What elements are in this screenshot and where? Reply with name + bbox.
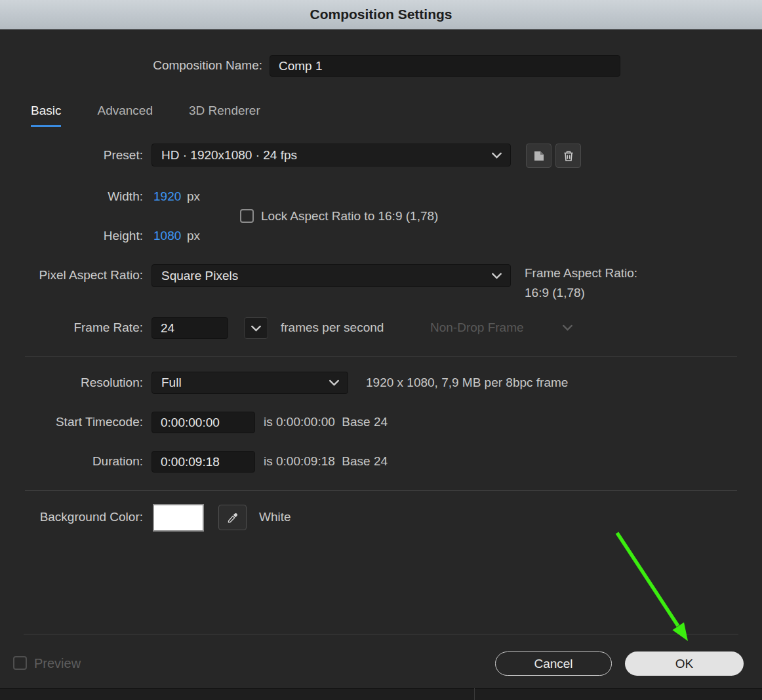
background-color-label: Background Color: xyxy=(0,510,143,524)
start-timecode-info: is 0:00:00:00 Base 24 xyxy=(264,415,388,429)
drop-frame-dropdown: Non-Drop Frame xyxy=(430,321,524,335)
duration-input[interactable] xyxy=(151,451,255,473)
chevron-down-icon xyxy=(329,379,339,386)
chevron-down-icon xyxy=(492,152,502,159)
tab-advanced[interactable]: Advanced xyxy=(97,104,153,127)
trash-icon xyxy=(562,149,575,163)
preset-dropdown[interactable]: HD · 1920x1080 · 24 fps xyxy=(151,144,511,166)
height-label: Height: xyxy=(0,229,143,243)
chevron-down-icon xyxy=(563,324,572,331)
preview-checkbox[interactable] xyxy=(13,656,27,670)
settings-tabs: Basic Advanced 3D Renderer xyxy=(31,104,260,127)
divider xyxy=(25,490,737,491)
background-app-divider xyxy=(474,688,475,700)
background-color-swatch[interactable] xyxy=(153,504,204,532)
chevron-down-icon xyxy=(492,273,502,279)
composition-name-input[interactable] xyxy=(270,55,620,77)
frame-rate-suffix: frames per second xyxy=(281,321,384,335)
dialog-titlebar[interactable]: Composition Settings xyxy=(0,0,762,29)
lock-aspect-checkbox[interactable] xyxy=(240,209,254,223)
pixel-aspect-ratio-label: Pixel Aspect Ratio: xyxy=(0,268,143,282)
resolution-info: 1920 x 1080, 7,9 MB per 8bpc frame xyxy=(366,376,568,390)
frame-rate-input[interactable] xyxy=(151,317,228,339)
height-value[interactable]: 1080 xyxy=(153,229,181,243)
background-color-name: White xyxy=(259,510,291,524)
resolution-label: Resolution: xyxy=(0,376,143,390)
divider xyxy=(24,634,738,634)
save-preset-icon xyxy=(532,149,546,163)
eyedropper-icon xyxy=(226,511,239,524)
ok-button[interactable]: OK xyxy=(625,651,744,676)
save-preset-button[interactable] xyxy=(526,144,551,168)
frame-rate-label: Frame Rate: xyxy=(0,321,143,335)
frame-rate-preset-dropdown[interactable] xyxy=(244,317,268,339)
composition-name-label: Composition Name: xyxy=(0,58,262,73)
chevron-down-icon xyxy=(251,325,261,332)
pixel-aspect-ratio-dropdown[interactable]: Square Pixels xyxy=(151,264,511,287)
tab-3d-renderer[interactable]: 3D Renderer xyxy=(189,104,260,127)
lock-aspect-label: Lock Aspect Ratio to 16:9 (1,78) xyxy=(261,209,438,224)
preview-label: Preview xyxy=(34,656,81,671)
height-unit: px xyxy=(187,229,200,243)
start-timecode-label: Start Timecode: xyxy=(0,415,143,429)
width-unit: px xyxy=(187,189,200,204)
background-app-strip xyxy=(0,688,762,700)
frame-aspect-ratio-value: 16:9 (1,78) xyxy=(525,286,585,300)
start-timecode-input[interactable] xyxy=(151,412,255,433)
tab-basic[interactable]: Basic xyxy=(31,104,61,127)
preset-label: Preset: xyxy=(0,148,143,163)
delete-preset-button[interactable] xyxy=(555,144,581,168)
duration-label: Duration: xyxy=(0,454,143,469)
width-label: Width: xyxy=(0,189,143,204)
cancel-button[interactable]: Cancel xyxy=(495,651,612,676)
pixel-aspect-ratio-value: Square Pixels xyxy=(161,269,238,283)
width-value[interactable]: 1920 xyxy=(153,189,181,204)
frame-aspect-ratio-label: Frame Aspect Ratio: xyxy=(525,266,637,281)
resolution-dropdown[interactable]: Full xyxy=(151,372,348,394)
dialog-title: Composition Settings xyxy=(310,7,452,22)
preset-value: HD · 1920x1080 · 24 fps xyxy=(161,148,297,163)
eyedropper-button[interactable] xyxy=(218,505,247,530)
composition-settings-dialog: Composition Settings Composition Name: B… xyxy=(0,0,762,700)
divider xyxy=(25,356,737,357)
duration-info: is 0:00:09:18 Base 24 xyxy=(264,454,388,469)
resolution-value: Full xyxy=(161,376,182,390)
